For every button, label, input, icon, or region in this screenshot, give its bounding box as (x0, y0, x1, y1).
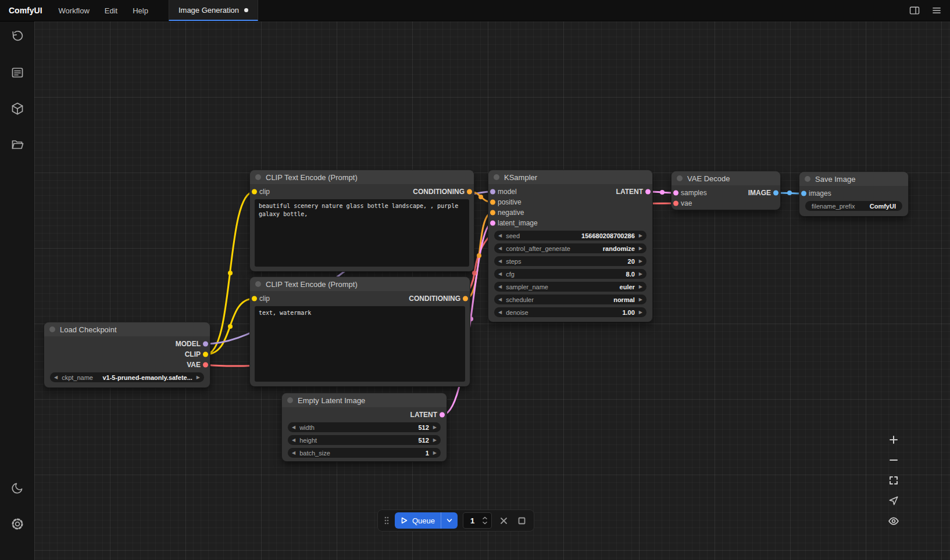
decrement-arrow-icon[interactable] (498, 297, 502, 302)
widget-denoise[interactable]: denoise 1.00 (494, 307, 647, 317)
collapse-dot-icon[interactable] (255, 281, 261, 287)
node-title-bar[interactable]: Empty Latent Image (282, 393, 447, 407)
queue-button[interactable]: Queue (395, 512, 458, 529)
input-socket-clip[interactable] (252, 296, 257, 301)
input-socket-clip[interactable] (252, 189, 257, 195)
slot-row: positive (488, 197, 652, 207)
input-socket-negative[interactable] (490, 210, 495, 216)
select-pointer-icon[interactable] (885, 493, 902, 508)
output-socket-clip[interactable] (203, 352, 208, 357)
zoom-in-icon[interactable] (885, 432, 902, 447)
collapse-dot-icon[interactable] (287, 397, 293, 403)
node-clip-text-encode-negative[interactable]: CLIP Text Encode (Prompt) clip CONDITION… (250, 277, 470, 386)
input-socket-model[interactable] (490, 189, 495, 195)
increment-arrow-icon[interactable] (639, 297, 642, 302)
zoom-out-icon[interactable] (885, 453, 902, 468)
output-socket-vae[interactable] (203, 362, 208, 368)
increment-arrow-icon[interactable] (639, 246, 642, 251)
prompt-textarea[interactable]: text, watermark (255, 306, 465, 382)
widget-width[interactable]: width 512 (288, 422, 441, 432)
input-socket-images[interactable] (801, 191, 806, 196)
queue-options-caret[interactable] (441, 512, 458, 529)
node-title-bar[interactable]: Load Checkpoint (44, 322, 210, 336)
prompt-textarea[interactable]: beautiful scenery nature glass bottle la… (255, 199, 469, 267)
node-vae-decode[interactable]: VAE Decode samples IMAGE vae (672, 171, 780, 210)
menu-edit[interactable]: Edit (97, 0, 125, 21)
decrement-arrow-icon[interactable] (292, 451, 295, 455)
node-title-bar[interactable]: Save Image (799, 172, 908, 186)
interrupt-stop-icon[interactable] (515, 514, 528, 527)
widget-height[interactable]: height 512 (288, 435, 441, 445)
increment-arrow-icon[interactable] (639, 285, 642, 289)
output-socket-conditioning[interactable] (467, 189, 472, 195)
panel-toggle-icon[interactable] (903, 0, 926, 21)
collapse-dot-icon[interactable] (255, 174, 261, 180)
increment-arrow-icon[interactable] (639, 234, 642, 238)
node-library-cube-icon[interactable] (10, 102, 24, 116)
theme-moon-icon[interactable] (10, 481, 24, 495)
hamburger-menu-icon[interactable] (926, 0, 948, 21)
queue-log-icon[interactable] (10, 66, 24, 80)
input-socket-samples[interactable] (673, 191, 678, 196)
output-socket-latent[interactable] (440, 412, 445, 418)
decrement-arrow-icon[interactable] (54, 375, 58, 380)
collapse-dot-icon[interactable] (805, 176, 810, 182)
increment-arrow-icon[interactable] (433, 451, 437, 455)
widget-seed[interactable]: seed 156680208700286 (494, 231, 647, 240)
drag-handle-icon[interactable] (384, 516, 390, 525)
increment-arrow-icon[interactable] (197, 375, 200, 380)
node-load-checkpoint[interactable]: Load Checkpoint MODEL CLIP VAE ckpt_name… (44, 322, 210, 387)
menu-help[interactable]: Help (125, 0, 156, 21)
increment-chevron-icon[interactable] (482, 516, 488, 520)
node-title-bar[interactable]: CLIP Text Encode (Prompt) (250, 277, 470, 291)
widget-cfg[interactable]: cfg 8.0 (494, 269, 647, 279)
increment-arrow-icon[interactable] (639, 259, 642, 264)
collapse-dot-icon[interactable] (49, 326, 55, 332)
increment-arrow-icon[interactable] (639, 272, 642, 277)
decrement-arrow-icon[interactable] (498, 272, 502, 277)
widget-steps[interactable]: steps 20 (494, 256, 647, 266)
decrement-arrow-icon[interactable] (498, 259, 502, 264)
node-title-bar[interactable]: KSampler (488, 170, 652, 184)
widget-ckpt-name[interactable]: ckpt_name v1-5-pruned-emaonly.safete... (50, 372, 204, 382)
widget-filename-prefix[interactable]: filename_prefix ComfyUI (805, 201, 902, 211)
increment-arrow-icon[interactable] (639, 310, 642, 315)
settings-gear-icon[interactable] (10, 517, 24, 531)
fit-view-icon[interactable] (885, 473, 902, 488)
collapse-dot-icon[interactable] (677, 175, 683, 181)
node-empty-latent-image[interactable]: Empty Latent Image LATENT width 512 heig… (282, 393, 447, 461)
decrement-arrow-icon[interactable] (498, 310, 502, 315)
widget-batch-size[interactable]: batch_size 1 (288, 448, 441, 458)
output-socket-image[interactable] (773, 191, 778, 196)
input-socket-positive[interactable] (490, 200, 495, 205)
decrement-chevron-icon[interactable] (482, 521, 488, 525)
input-socket-vae[interactable] (673, 201, 678, 206)
batch-count-input[interactable]: 1 (463, 512, 492, 529)
output-socket-model[interactable] (203, 342, 208, 347)
workflows-folder-icon[interactable] (10, 138, 24, 152)
menu-workflow[interactable]: Workflow (51, 0, 97, 21)
node-clip-text-encode-positive[interactable]: CLIP Text Encode (Prompt) clip CONDITION… (250, 170, 474, 271)
node-title-bar[interactable]: CLIP Text Encode (Prompt) (250, 170, 474, 184)
input-socket-latent-image[interactable] (490, 221, 495, 226)
toggle-visibility-eye-icon[interactable] (885, 514, 902, 529)
node-ksampler[interactable]: KSampler model LATENT positive negative … (488, 170, 652, 322)
collapse-dot-icon[interactable] (494, 174, 499, 180)
increment-arrow-icon[interactable] (433, 425, 437, 430)
output-socket-latent[interactable] (645, 189, 651, 195)
widget-control-after-generate[interactable]: control_after_generate randomize (494, 243, 647, 253)
widget-scheduler[interactable]: scheduler normal (494, 295, 647, 304)
output-socket-conditioning[interactable] (463, 296, 468, 301)
clear-queue-x-icon[interactable] (497, 514, 510, 527)
widget-sampler-name[interactable]: sampler_name euler (494, 282, 647, 292)
node-save-image[interactable]: Save Image images filename_prefix ComfyU… (799, 172, 908, 216)
tab-image-generation[interactable]: Image Generation (169, 0, 258, 21)
decrement-arrow-icon[interactable] (292, 438, 295, 443)
decrement-arrow-icon[interactable] (498, 246, 502, 251)
node-title-bar[interactable]: VAE Decode (672, 171, 780, 185)
decrement-arrow-icon[interactable] (498, 285, 502, 289)
decrement-arrow-icon[interactable] (498, 234, 502, 238)
decrement-arrow-icon[interactable] (292, 425, 295, 430)
increment-arrow-icon[interactable] (433, 438, 437, 443)
workflow-history-icon[interactable] (10, 30, 24, 44)
